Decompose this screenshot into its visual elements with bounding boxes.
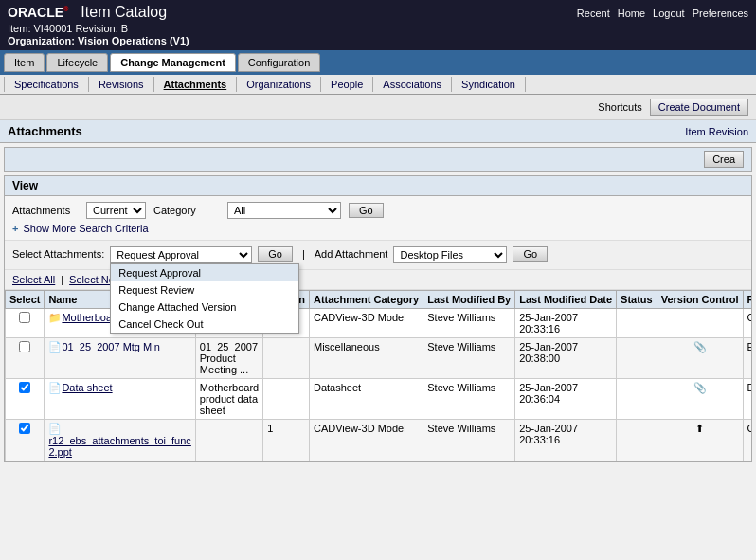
doc-icon: 📄 xyxy=(48,423,62,434)
row-checkbox[interactable] xyxy=(19,312,30,323)
row-version-cell xyxy=(263,379,310,420)
item-revision-link[interactable]: Item Revision xyxy=(685,126,748,137)
row-name-cell: 📄r12_ebs_attachments_toi_func 2.ppt xyxy=(45,420,195,461)
home-link[interactable]: Home xyxy=(618,8,645,19)
file-name-link[interactable]: r12_ebs_attachments_toi_func 2.ppt xyxy=(48,435,190,458)
dropdown-item-cancel-checkout[interactable]: Cancel Check Out xyxy=(111,316,298,333)
attachments-label: Attachments xyxy=(12,205,79,216)
row-modified-date-cell: 25-Jan-2007 20:36:04 xyxy=(515,379,617,420)
section-header: Crea xyxy=(4,147,752,172)
recent-link[interactable]: Recent xyxy=(577,8,610,19)
header: ORACLE® Item Catalog Item: VI40001 Revis… xyxy=(0,0,756,50)
table-row: 📄01_25_2007 Mtg Min01_25_2007 Product Me… xyxy=(6,338,752,379)
row-status-cell xyxy=(617,338,657,379)
search-go-button[interactable]: Go xyxy=(349,203,384,218)
row-modified-by-cell: Steve Williams xyxy=(423,379,515,420)
row-version-ctrl-cell: 📎 xyxy=(657,338,743,379)
row-reposit-cell: EBS xyxy=(743,338,751,379)
row-modified-by-cell: Steve Williams xyxy=(423,309,515,338)
select-all-link[interactable]: Select All xyxy=(12,274,55,285)
header-left: ORACLE® Item Catalog Item: VI40001 Revis… xyxy=(8,4,189,46)
subtab-people[interactable]: People xyxy=(321,77,373,92)
select-separator: | xyxy=(61,274,63,285)
doc-icon: 📄 xyxy=(48,341,62,352)
action-dropdown-wrapper: Request Approval Request Review Change A… xyxy=(110,246,252,263)
show-more-link[interactable]: Show More Search Criteria xyxy=(24,223,149,234)
oracle-logo: ORACLE® xyxy=(8,5,68,20)
dropdown-item-request-approval[interactable]: Request Approval xyxy=(111,264,298,281)
row-version-ctrl-cell xyxy=(657,309,743,338)
select-attachments-label: Select Attachments: xyxy=(12,246,104,260)
dropdown-item-request-review[interactable]: Request Review xyxy=(111,281,298,298)
file-name-link[interactable]: 01_25_2007 Mtg Min xyxy=(62,341,159,352)
action-select[interactable]: Request Approval Request Review Change A… xyxy=(110,246,252,263)
row-checkbox[interactable] xyxy=(19,382,30,393)
row-modified-by-cell: Steve Williams xyxy=(423,338,515,379)
subtab-syndication[interactable]: Syndication xyxy=(452,77,526,92)
select-attachments-bar: Select Attachments: Request Approval Req… xyxy=(5,241,751,270)
add-attachment-label: Add Attachment xyxy=(315,246,388,260)
header-title-row: ORACLE® Item Catalog xyxy=(8,4,189,21)
row-reposit-cell: CDBWS xyxy=(743,420,751,461)
page-title: Attachments xyxy=(8,124,82,138)
logout-link[interactable]: Logout xyxy=(653,8,685,19)
subtab-specifications[interactable]: Specifications xyxy=(4,77,89,92)
col-modified-by: Last Modified By xyxy=(423,291,515,309)
row-modified-date-cell: 25-Jan-2007 20:33:16 xyxy=(515,309,617,338)
view-section: View Attachments Current All None Catego… xyxy=(4,175,752,462)
col-reposit: Reposit xyxy=(743,291,751,309)
row-modified-by-cell: Steve Williams xyxy=(423,420,515,461)
attachments-select[interactable]: Current All None xyxy=(86,202,146,219)
tab-change-management[interactable]: Change Management xyxy=(110,53,236,72)
dropdown-item-change-version[interactable]: Change Attached Version xyxy=(111,298,298,316)
subtab-revisions[interactable]: Revisions xyxy=(89,77,154,92)
file-type-select[interactable]: Desktop Files URL Text xyxy=(393,246,507,263)
row-checkbox[interactable] xyxy=(19,423,30,434)
subtab-associations[interactable]: Associations xyxy=(373,77,452,92)
row-reposit-cell: CDBWS xyxy=(743,309,751,338)
col-select: Select xyxy=(6,291,45,309)
subtab-attachments[interactable]: Attachments xyxy=(154,77,238,92)
tab-lifecycle[interactable]: Lifecycle xyxy=(46,53,108,72)
action-go-button[interactable]: Go xyxy=(258,246,293,262)
row-version-cell: 1 xyxy=(263,420,310,461)
row-name-cell: 📄01_25_2007 Mtg Min xyxy=(45,338,195,379)
attach-icon: 📎 xyxy=(693,341,707,352)
tab-configuration[interactable]: Configuration xyxy=(238,53,320,72)
row-modified-date-cell: 25-Jan-2007 20:33:16 xyxy=(515,420,617,461)
table-row: 📄r12_ebs_attachments_toi_func 2.ppt1CADV… xyxy=(6,420,752,461)
row-category-cell: Miscellaneous xyxy=(309,338,423,379)
row-checkbox[interactable] xyxy=(19,341,30,352)
action-dropdown-menu: Request Approval Request Review Change A… xyxy=(110,263,299,334)
subtab-organizations[interactable]: Organizations xyxy=(237,77,321,92)
separator: | xyxy=(298,246,309,260)
header-nav: Recent Home Logout Preferences xyxy=(577,8,748,19)
row-status-cell xyxy=(617,309,657,338)
category-label: Category xyxy=(153,205,220,216)
row-status-cell xyxy=(617,379,657,420)
add-go-button[interactable]: Go xyxy=(513,246,548,262)
item-info: Item: VI40001 Revision: B xyxy=(8,23,189,34)
folder-icon: 📁 xyxy=(48,312,62,323)
export-icon[interactable]: ⬆ xyxy=(695,423,704,434)
row-name-cell: 📄Data sheet xyxy=(45,379,195,420)
sub-tabs: Specifications Revisions Attachments Org… xyxy=(0,75,756,95)
shortcuts-label: Shortcuts xyxy=(598,101,641,113)
view-header: View xyxy=(5,176,751,196)
app-title: Item Catalog xyxy=(81,4,167,20)
category-select[interactable]: All Datasheet Miscellaneous CADView-3D M… xyxy=(227,202,341,219)
row-version-ctrl-cell: ⬆ xyxy=(657,420,743,461)
file-name-link[interactable]: Data sheet xyxy=(62,382,112,393)
preferences-link[interactable]: Preferences xyxy=(693,8,748,19)
page-title-bar: Attachments Item Revision xyxy=(0,120,756,143)
row-version-ctrl-cell: 📎 xyxy=(657,379,743,420)
row-category-cell: Datasheet xyxy=(309,379,423,420)
row-category-cell: CADView-3D Model xyxy=(309,420,423,461)
tab-item[interactable]: Item xyxy=(4,53,45,72)
show-more-row: + Show More Search Criteria xyxy=(12,223,744,234)
toolbar: Shortcuts Create Document xyxy=(0,95,756,120)
create-button[interactable]: Crea xyxy=(704,151,744,168)
row-description-cell: 01_25_2007 Product Meeting ... xyxy=(195,338,262,379)
row-reposit-cell: EBS xyxy=(743,379,751,420)
create-document-button[interactable]: Create Document xyxy=(650,99,748,116)
